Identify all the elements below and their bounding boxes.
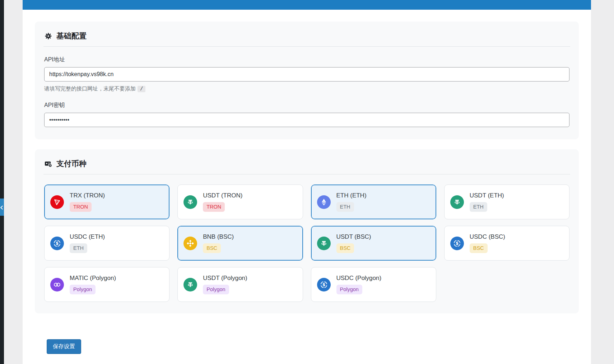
network-badge: Polygon: [336, 285, 362, 294]
currency-card[interactable]: $ USDC (ETH) ETH: [44, 226, 169, 261]
money-check-icon: [44, 160, 52, 168]
api-url-label: API地址: [44, 56, 569, 64]
sidebar-collapse-button[interactable]: ‹: [0, 199, 4, 216]
currency-name: ETH (ETH): [336, 192, 367, 199]
tether-coin-circle: [183, 278, 197, 291]
network-badge: TRON: [203, 202, 225, 212]
currency-card[interactable]: USDT (ETH) ETH: [444, 185, 569, 219]
currency-card[interactable]: USDT (TRON) TRON: [177, 185, 303, 219]
network-badge: Polygon: [70, 285, 96, 294]
api-secret-input[interactable]: [44, 113, 569, 127]
api-url-help: 请填写完整的接口网址，末尾不要添加/: [44, 85, 569, 92]
currency-card[interactable]: MATIC (Polygon) Polygon: [44, 267, 169, 302]
currency-name: MATIC (Polygon): [70, 275, 116, 282]
currency-name: USDT (TRON): [203, 192, 242, 199]
polygon-icon: [53, 280, 61, 289]
network-badge: TRON: [70, 202, 92, 212]
tether-icon: [186, 198, 195, 206]
ethereum-icon: [320, 198, 328, 206]
usdc-icon: $: [320, 280, 328, 289]
divider: [43, 46, 570, 47]
currency-name: BNB (BSC): [203, 233, 234, 241]
currency-grid: TRX (TRON) TRON USDT (TRON) TRON ETH (ET…: [43, 184, 570, 303]
bnb-icon: [186, 239, 195, 248]
tron-icon: [53, 198, 61, 206]
basic-config-header: 基础配置: [43, 31, 570, 41]
api-key-field: API密钥: [43, 102, 570, 127]
usdc-icon: $: [453, 239, 461, 248]
usdc-coin-circle: $: [317, 278, 331, 291]
help-text: 请填写完整的接口网址，末尾不要添加: [44, 85, 136, 92]
network-badge: BSC: [336, 243, 354, 253]
currency-name: USDT (Polygon): [203, 275, 247, 282]
currency-card[interactable]: $ USDC (Polygon) Polygon: [311, 267, 436, 302]
section-title: 基础配置: [56, 31, 87, 41]
currency-name: USDC (ETH): [70, 233, 105, 241]
currency-name: USDC (BSC): [470, 233, 505, 241]
network-badge: ETH: [70, 243, 87, 253]
currency-card[interactable]: $ USDC (BSC) BSC: [444, 226, 569, 261]
currency-name: TRX (TRON): [70, 192, 105, 199]
usdc-coin-circle: $: [50, 237, 64, 250]
network-badge: Polygon: [203, 285, 229, 294]
save-settings-button[interactable]: 保存设置: [47, 339, 81, 354]
network-badge: BSC: [470, 243, 488, 253]
chevron-left-icon: ‹: [0, 202, 4, 212]
section-title: 支付币种: [56, 159, 87, 169]
network-badge: BSC: [203, 243, 221, 253]
svg-text:$: $: [322, 282, 325, 287]
api-url-input[interactable]: [44, 67, 569, 81]
tether-coin-circle: [317, 237, 331, 250]
usdc-coin-circle: $: [450, 237, 464, 250]
network-badge: ETH: [470, 202, 487, 212]
slash-code-chip: /: [138, 86, 145, 92]
payment-currency-section: 支付币种 TRX (TRON) TRON USDT (TRON) TRON ET…: [35, 149, 579, 313]
currency-card[interactable]: USDT (Polygon) Polygon: [177, 267, 303, 302]
matic-coin-circle: [50, 278, 64, 291]
tether-coin-circle: [450, 195, 464, 209]
currency-card[interactable]: ETH (ETH) ETH: [311, 185, 436, 219]
divider: [43, 174, 570, 174]
eth-coin-circle: [317, 195, 331, 209]
gear-icon: [44, 32, 52, 40]
tether-icon: [453, 198, 461, 206]
currency-card[interactable]: TRX (TRON) TRON: [44, 185, 169, 219]
admin-sidebar-rail: [0, 0, 4, 364]
svg-text:$: $: [456, 241, 459, 246]
api-key-label: API密钥: [44, 102, 569, 109]
usdc-icon: $: [53, 239, 61, 248]
currency-name: USDC (Polygon): [336, 275, 382, 282]
tron-coin-circle: [50, 195, 64, 209]
svg-text:$: $: [56, 241, 59, 246]
basic-config-section: 基础配置 API地址 请填写完整的接口网址，末尾不要添加/ API密钥: [35, 22, 579, 139]
bnb-coin-circle: [183, 237, 197, 250]
top-nav-bar: [23, 0, 591, 10]
currency-card[interactable]: USDT (BSC) BSC: [311, 226, 436, 261]
currency-name: USDT (ETH): [470, 192, 504, 199]
network-badge: ETH: [336, 202, 354, 212]
payment-currency-header: 支付币种: [43, 159, 570, 169]
api-url-field: API地址 请填写完整的接口网址，末尾不要添加/: [43, 56, 570, 92]
tether-icon: [186, 280, 195, 289]
currency-card[interactable]: BNB (BSC) BSC: [177, 226, 303, 261]
settings-page: 基础配置 API地址 请填写完整的接口网址，末尾不要添加/ API密钥: [23, 0, 591, 364]
tether-coin-circle: [183, 195, 197, 209]
currency-name: USDT (BSC): [336, 233, 371, 241]
tether-icon: [320, 239, 328, 248]
